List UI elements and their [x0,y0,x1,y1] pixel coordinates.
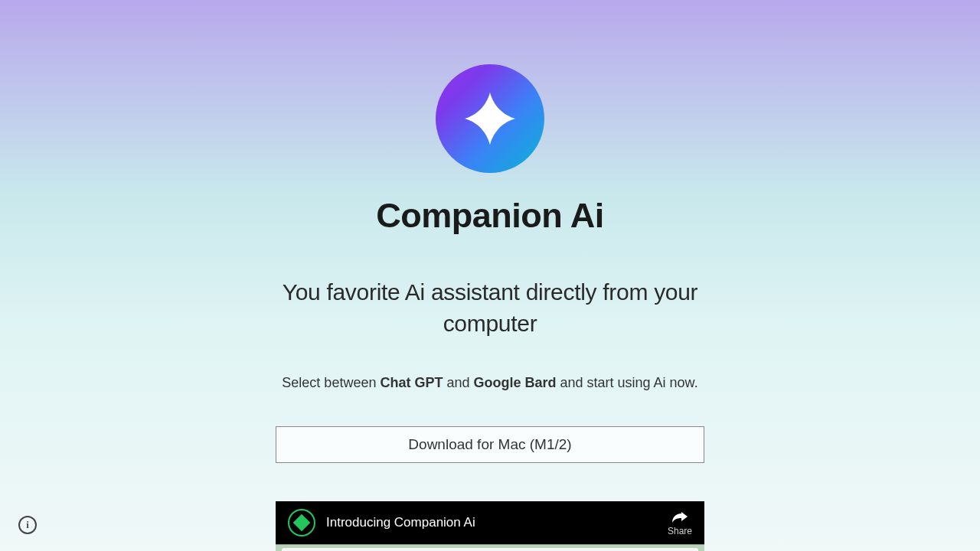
info-icon: i [26,519,29,531]
desc-mid: and [443,375,473,390]
logo-icon [436,64,544,173]
page-title: Companion Ai [376,196,603,236]
share-icon [671,509,689,524]
hero-subtitle: You favorite Ai assistant directly from … [260,277,720,339]
video-share-button[interactable]: Share [668,509,692,536]
download-button[interactable]: Download for Mac (M1/2) [276,426,704,463]
video-title[interactable]: Introducing Companion Ai [326,515,475,530]
info-button[interactable]: i [18,516,37,534]
video-embed[interactable]: Introducing Companion Ai Share sites.goo… [276,501,704,551]
sparkle-icon [459,87,521,150]
video-channel-avatar[interactable] [288,509,315,536]
desc-suffix: and start using Ai now. [557,375,698,390]
desc-prefix: Select between [282,375,380,390]
share-label: Share [668,526,692,536]
chrome-address-bar: sites.google.com/view/companion-ai Updat… [282,548,698,551]
hero-description: Select between Chat GPT and Google Bard … [282,373,697,394]
desc-bold2: Google Bard [474,375,557,390]
video-header: Introducing Companion Ai Share [276,501,704,544]
video-preview: sites.google.com/view/companion-ai Updat… [276,544,704,551]
desc-bold1: Chat GPT [380,375,443,390]
